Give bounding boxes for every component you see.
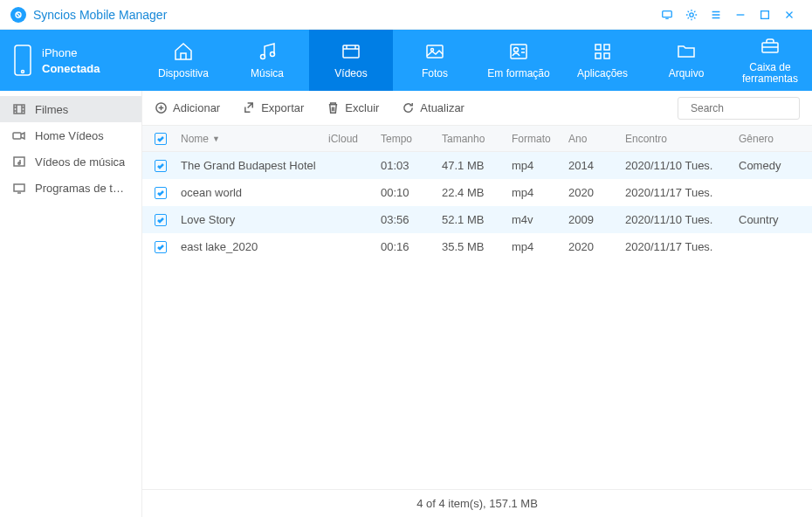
sidebar-item-label: Home Vídeos [35,129,104,142]
column-header-genre[interactable]: Gênero [739,133,800,145]
button-label: Atualizar [420,101,464,114]
cell-size: 22.4 MB [442,186,512,199]
sort-desc-icon: ▼ [212,134,220,143]
column-header-name[interactable]: Nome ▼ [181,133,328,145]
svg-point-5 [261,55,265,59]
tab-label: Fotos [422,67,448,79]
device-info[interactable]: iPhone Conectada [0,30,141,91]
sidebar-item-tv-shows[interactable]: Programas de tele... [0,175,141,201]
device-status: Conectada [42,62,100,75]
table-row[interactable]: east lake_202000:1635.5 MBmp420202020/11… [142,233,812,260]
nav-tabs: Dispositiva Música Vídeos Fotos Em forma… [141,30,812,91]
tab-label: Arquivo [669,67,705,79]
minimize-icon[interactable] [728,3,753,27]
button-label: Excluir [345,101,379,114]
tab-label: Caixa de ferramentas [728,62,812,85]
svg-point-6 [271,52,275,57]
app-logo-icon [10,7,26,23]
cell-time: 01:03 [381,159,442,172]
svg-rect-13 [604,45,609,50]
music-video-icon [12,155,26,169]
cell-year: 2020 [568,240,625,253]
sidebar-item-movies[interactable]: Filmes [0,96,141,122]
tab-toolbox[interactable]: Caixa de ferramentas [728,30,812,91]
cell-date: 2020/11/17 Tues. [625,186,739,199]
sidebar: Filmes Home Vídeos Vídeos de música Prog… [0,91,141,517]
settings-icon[interactable] [679,3,704,27]
column-header-icloud[interactable]: iCloud [328,133,381,145]
svg-rect-18 [13,133,21,139]
cell-year: 2014 [568,159,625,172]
cell-time: 03:56 [381,213,442,226]
column-header-time[interactable]: Tempo [381,133,442,145]
tab-apps[interactable]: Aplicações [561,30,644,91]
tab-label: Aplicações [577,67,628,79]
tab-music[interactable]: Música [225,30,309,91]
tab-label: Em formação [487,67,549,79]
button-label: Adicionar [173,101,220,114]
table-row[interactable]: ocean world00:1022.4 MBmp420202020/11/17… [142,179,812,206]
button-label: Exportar [261,101,304,114]
menu-icon[interactable] [704,3,728,27]
cell-name: The Grand Budapest Hotel [181,159,328,172]
export-button[interactable]: Exportar [243,101,304,114]
add-button[interactable]: Adicionar [155,101,220,114]
trash-icon [327,101,340,114]
cell-name: ocean world [181,186,328,199]
select-all-checkbox[interactable] [155,133,167,145]
search-box[interactable] [678,97,800,120]
cell-year: 2009 [568,213,625,226]
row-checkbox[interactable] [155,160,167,172]
table-row[interactable]: The Grand Budapest Hotel01:0347.1 MBmp42… [142,152,812,179]
table-row[interactable]: Love Story03:5652.1 MBm4v20092020/11/10 … [142,206,812,233]
cell-time: 00:16 [381,240,442,253]
row-checkbox[interactable] [155,187,167,199]
cell-time: 00:10 [381,186,442,199]
svg-point-9 [431,49,434,52]
titlebar: Syncios Mobile Manager [0,0,812,30]
close-icon[interactable] [777,3,802,27]
delete-button[interactable]: Excluir [327,101,379,114]
svg-point-4 [22,71,24,73]
sidebar-item-label: Programas de tele... [35,182,129,195]
cell-format: mp4 [512,159,568,172]
search-input[interactable] [691,102,812,114]
column-header-year[interactable]: Ano [568,133,625,145]
svg-rect-10 [511,45,526,59]
row-checkbox[interactable] [155,241,167,253]
tab-device[interactable]: Dispositiva [141,30,225,91]
refresh-button[interactable]: Atualizar [402,101,464,114]
svg-rect-21 [14,184,24,191]
film-icon [12,102,26,116]
tab-label: Vídeos [334,67,367,79]
cell-name: Love Story [181,213,328,226]
main-panel: Adicionar Exportar Excluir Atualizar [141,91,812,517]
tab-photos[interactable]: Fotos [393,30,477,91]
apps-icon [592,41,613,62]
cell-year: 2020 [568,186,625,199]
row-checkbox[interactable] [155,214,167,226]
cell-genre: Country [739,213,800,226]
cell-date: 2020/11/10 Tues. [625,213,739,226]
cell-format: mp4 [512,240,568,253]
column-header-size[interactable]: Tamanho [442,133,512,145]
tab-file[interactable]: Arquivo [644,30,728,91]
cell-date: 2020/11/10 Tues. [625,159,739,172]
column-header-format[interactable]: Formato [512,133,568,145]
feedback-icon[interactable] [655,3,679,27]
svg-rect-14 [595,53,601,59]
sidebar-item-home-videos[interactable]: Home Vídeos [0,122,141,148]
cell-format: mp4 [512,186,568,199]
column-header-date[interactable]: Encontro [625,133,739,145]
maximize-icon[interactable] [753,3,777,27]
svg-point-20 [18,162,20,164]
home-icon [173,41,194,62]
svg-rect-15 [604,53,609,59]
svg-rect-12 [595,45,601,50]
tab-info[interactable]: Em formação [477,30,561,91]
cell-size: 52.1 MB [442,213,512,226]
cell-format: m4v [512,213,568,226]
tab-label: Dispositiva [158,67,209,79]
tab-videos[interactable]: Vídeos [309,30,393,91]
sidebar-item-music-videos[interactable]: Vídeos de música [0,148,141,175]
